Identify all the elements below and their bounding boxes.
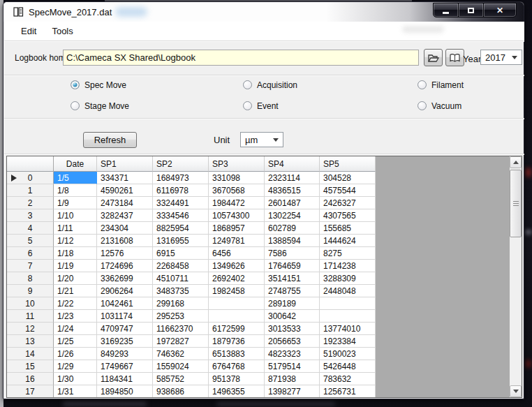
- grid-cell[interactable]: 3362699: [97, 272, 153, 285]
- grid-cell[interactable]: 1/30: [54, 373, 97, 385]
- row-header-1[interactable]: 1: [7, 184, 54, 197]
- grid-cell[interactable]: 331098: [209, 172, 265, 184]
- grid-cell[interactable]: 585752: [153, 373, 209, 385]
- grid-cell[interactable]: 1/25: [54, 335, 97, 348]
- grid-cell[interactable]: 304528: [320, 172, 376, 184]
- row-header-2[interactable]: 2: [7, 197, 54, 209]
- grid-cell[interactable]: 234304: [97, 222, 153, 235]
- grid-cell[interactable]: 12576: [97, 247, 153, 260]
- grid-cell[interactable]: 1388594: [265, 235, 320, 247]
- grid-cell[interactable]: 951378: [209, 373, 265, 385]
- grid-cell[interactable]: 3670568: [209, 184, 265, 197]
- grid-cell[interactable]: 2692402: [209, 272, 265, 285]
- grid-cell[interactable]: 849293: [97, 348, 153, 360]
- grid-cell[interactable]: 1972827: [153, 335, 209, 348]
- row-header-11[interactable]: 11: [7, 310, 54, 323]
- grid-cell[interactable]: 1302254: [265, 209, 320, 222]
- minimize-button[interactable]: [433, 3, 459, 17]
- row-header-0[interactable]: 0: [7, 172, 54, 184]
- grid-cell[interactable]: 299168: [153, 297, 209, 310]
- grid-cell[interactable]: 1184341: [97, 373, 153, 385]
- grid-cell[interactable]: 938686: [153, 385, 209, 398]
- grid-cell[interactable]: 2426327: [320, 197, 376, 209]
- grid-cell[interactable]: 295253: [153, 310, 209, 323]
- grid-cell[interactable]: 5179514: [265, 360, 320, 373]
- grid-cell[interactable]: 1/29: [54, 360, 97, 373]
- title-bar[interactable]: SpecMove_2017.dat ✕: [3, 2, 524, 22]
- grid-cell[interactable]: 6915: [153, 247, 209, 260]
- row-header-4[interactable]: 4: [7, 222, 54, 235]
- grid-cell[interactable]: 1249781: [209, 235, 265, 247]
- row-header-10[interactable]: 10: [7, 297, 54, 310]
- grid-cell[interactable]: 2906264: [97, 285, 153, 297]
- menu-edit[interactable]: Edit: [13, 23, 44, 39]
- grid-cell[interactable]: 5190023: [320, 348, 376, 360]
- unit-select[interactable]: µm: [240, 132, 283, 147]
- vertical-scrollbar[interactable]: [510, 156, 522, 397]
- grid-cell[interactable]: 2323114: [265, 172, 320, 184]
- grid-cell[interactable]: 4836515: [265, 184, 320, 197]
- grid-cell[interactable]: 3324491: [153, 197, 209, 209]
- grid-cell[interactable]: 1714238: [320, 260, 376, 272]
- grid-cell[interactable]: 4823323: [265, 348, 320, 360]
- maximize-button[interactable]: [458, 3, 484, 17]
- scrollbar-thumb[interactable]: [510, 170, 522, 237]
- grid-cell[interactable]: 6513883: [209, 348, 265, 360]
- row-header-3[interactable]: 3: [7, 209, 54, 222]
- browse-folder-button[interactable]: [424, 49, 443, 66]
- grid-cell[interactable]: 155685: [320, 222, 376, 235]
- grid-cell[interactable]: 1444624: [320, 235, 376, 247]
- row-header-5[interactable]: 5: [7, 235, 54, 247]
- grid-cell[interactable]: 1724696: [97, 260, 153, 272]
- column-header-sp4[interactable]: SP4: [265, 156, 320, 172]
- radio-stage-move[interactable]: Stage Move: [71, 100, 129, 112]
- grid-cell[interactable]: 1349626: [209, 260, 265, 272]
- radio-event[interactable]: Event: [243, 100, 297, 112]
- grid-cell[interactable]: 1/8: [54, 184, 97, 197]
- logbook-path-input[interactable]: C:\Cameca SX Shared\Logbook: [63, 50, 419, 66]
- grid-cell[interactable]: 746362: [153, 348, 209, 360]
- column-header-sp3[interactable]: SP3: [209, 156, 265, 172]
- open-logbook-button[interactable]: [445, 49, 464, 66]
- close-button[interactable]: ✕: [483, 3, 517, 17]
- grid-cell[interactable]: [209, 310, 265, 323]
- grid-cell[interactable]: 8825954: [153, 222, 209, 235]
- grid-cell[interactable]: 1/24: [54, 323, 97, 335]
- grid-cell[interactable]: [320, 310, 376, 323]
- grid-cell[interactable]: 4575544: [320, 184, 376, 197]
- row-header-17[interactable]: 17: [7, 385, 54, 398]
- grid-cell[interactable]: [320, 297, 376, 310]
- grid-cell[interactable]: 11662370: [153, 323, 209, 335]
- grid-cell[interactable]: 1042461: [97, 297, 153, 310]
- row-header-15[interactable]: 15: [7, 360, 54, 373]
- row-header-8[interactable]: 8: [7, 272, 54, 285]
- grid-cell[interactable]: 2748755: [265, 285, 320, 297]
- grid-cell[interactable]: 1/20: [54, 272, 97, 285]
- menu-tools[interactable]: Tools: [44, 23, 80, 39]
- grid-cell[interactable]: 1/22: [54, 297, 97, 310]
- grid-cell[interactable]: 1559024: [153, 360, 209, 373]
- grid-cell[interactable]: 1982458: [209, 285, 265, 297]
- grid-cell[interactable]: 602789: [265, 222, 320, 235]
- grid-cell[interactable]: 334371: [97, 172, 153, 184]
- grid-cell[interactable]: 3483735: [153, 285, 209, 297]
- grid-cell[interactable]: 1894850: [97, 385, 153, 398]
- grid-cell[interactable]: 871938: [265, 373, 320, 385]
- radio-acquisition[interactable]: Acquisition: [243, 79, 297, 91]
- grid-cell[interactable]: 6764768: [209, 360, 265, 373]
- grid-cell[interactable]: 1684973: [153, 172, 209, 184]
- grid-cell[interactable]: 2448048: [320, 285, 376, 297]
- radio-spec-move[interactable]: Spec Move: [71, 79, 129, 91]
- column-header-sp5[interactable]: SP5: [320, 156, 376, 172]
- grid-cell[interactable]: 2268458: [153, 260, 209, 272]
- grid-cell[interactable]: 8275: [320, 247, 376, 260]
- grid-cell[interactable]: 1496355: [209, 385, 265, 398]
- grid-cell[interactable]: 1/23: [54, 310, 97, 323]
- grid-cell[interactable]: 1/31: [54, 385, 97, 398]
- grid-cell[interactable]: 1398277: [265, 385, 320, 398]
- row-header-14[interactable]: 14: [7, 348, 54, 360]
- grid-cell[interactable]: 1316955: [153, 235, 209, 247]
- grid-cell[interactable]: 3169235: [97, 335, 153, 348]
- scroll-down-button[interactable]: [510, 385, 522, 397]
- grid-cell[interactable]: 2601487: [265, 197, 320, 209]
